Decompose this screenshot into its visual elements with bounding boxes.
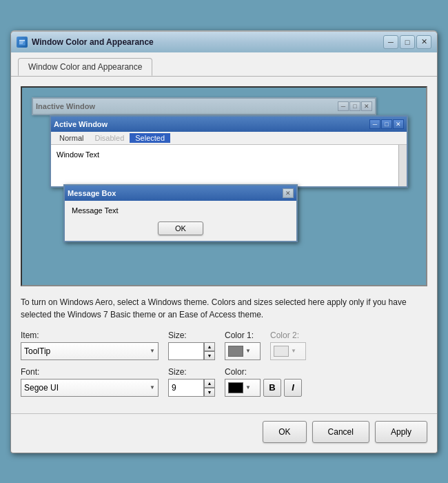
ok-button[interactable]: OK	[263, 421, 306, 443]
size-spinner: ▲ ▼	[168, 342, 215, 360]
inactive-min-btn: ─	[338, 101, 349, 111]
minimize-button[interactable]: ─	[383, 35, 398, 49]
font-color-swatch	[228, 382, 243, 393]
font-label: Font:	[21, 367, 159, 377]
maximize-button[interactable]: □	[400, 35, 415, 49]
active-title-buttons: ─ □ ✕	[369, 119, 404, 129]
msgbox-title-text: Message Box	[68, 189, 116, 197]
tab-window-color[interactable]: Window Color and Appearance	[18, 58, 152, 76]
color1-swatch	[228, 346, 243, 357]
size-up-button[interactable]: ▲	[204, 342, 215, 351]
font-dropdown-arrow: ▼	[150, 384, 155, 391]
inactive-title-buttons: ─ □ ✕	[338, 101, 372, 111]
color2-swatch	[274, 346, 289, 357]
item-dropdown-arrow: ▼	[150, 348, 155, 354]
active-title-text: Active Window	[54, 120, 108, 128]
font-size-spinner: ▲ ▼	[168, 379, 215, 397]
font-size-input[interactable]	[168, 379, 204, 397]
msgbox-body: Message Text OK	[65, 201, 296, 241]
title-buttons: ─ □ ✕	[383, 35, 431, 49]
font-color-group: Color: ▼ B I	[225, 367, 302, 397]
inactive-max-btn: □	[349, 101, 360, 111]
svg-rect-3	[19, 43, 23, 43]
color2-label: Color 2:	[270, 331, 306, 340]
color1-group: Color 1: ▼	[225, 331, 261, 360]
window-icon	[17, 37, 28, 48]
dialog-window: Window Color and Appearance ─ □ ✕ Window…	[10, 30, 438, 453]
tab-bar: Window Color and Appearance	[11, 52, 437, 77]
color2-group: Color 2: ▼	[270, 331, 306, 360]
size-spinner-buttons: ▲ ▼	[204, 342, 215, 360]
italic-button[interactable]: I	[284, 379, 302, 397]
font-size-label: Size:	[168, 367, 215, 377]
font-color-arrow: ▼	[245, 384, 251, 391]
size-input[interactable]	[168, 342, 204, 360]
close-button[interactable]: ✕	[416, 35, 431, 49]
title-bar: Window Color and Appearance ─ □ ✕	[11, 32, 437, 52]
size-down-button[interactable]: ▼	[204, 351, 215, 360]
window-text-preview: Window Text	[54, 148, 404, 161]
color1-label: Color 1:	[225, 331, 261, 340]
font-size-spinner-buttons: ▲ ▼	[204, 379, 215, 397]
inactive-titlebar: Inactive Window ─ □ ✕	[33, 99, 375, 114]
title-bar-left: Window Color and Appearance	[17, 37, 154, 48]
item-select-value: ToolTip	[24, 346, 50, 356]
size-group: Size: ▲ ▼	[168, 331, 215, 360]
apply-button[interactable]: Apply	[375, 421, 427, 443]
svg-rect-1	[19, 40, 25, 41]
active-menu-bar: Normal Disabled Selected	[51, 132, 407, 145]
button-row: OK Cancel Apply	[11, 413, 437, 453]
active-min-btn: ─	[369, 119, 380, 129]
menu-selected: Selected	[130, 133, 170, 143]
color2-select: ▼	[270, 342, 306, 360]
font-select-value: Segoe UI	[24, 383, 59, 393]
color2-arrow: ▼	[291, 348, 296, 354]
font-size-up-button[interactable]: ▲	[204, 379, 215, 388]
font-size-group: Size: ▲ ▼	[168, 367, 215, 397]
active-content: Window Text	[51, 145, 407, 186]
msgbox-ok-button[interactable]: OK	[158, 221, 203, 235]
color1-select[interactable]: ▼	[225, 342, 261, 360]
font-size-down-button[interactable]: ▼	[204, 388, 215, 397]
inactive-close-btn: ✕	[361, 101, 372, 111]
menu-normal: Normal	[54, 133, 89, 143]
item-group: Item: ToolTip ▼	[21, 331, 159, 360]
inactive-title-text: Inactive Window	[36, 102, 95, 110]
color1-arrow: ▼	[245, 348, 251, 354]
title-text: Window Color and Appearance	[32, 37, 154, 47]
active-titlebar: Active Window ─ □ ✕	[51, 117, 407, 132]
msgbox-close-btn: ✕	[283, 188, 294, 198]
svg-rect-2	[19, 41, 23, 42]
info-text: To turn on Windows Aero, select a Window…	[21, 296, 427, 321]
item-label: Item:	[21, 331, 159, 340]
message-box-preview: Message Box ✕ Message Text OK	[63, 184, 298, 242]
active-window-preview: Active Window ─ □ ✕ Normal Disabled Sele…	[50, 115, 408, 188]
size-label: Size:	[168, 331, 215, 340]
font-color-row: ▼ B I	[225, 379, 302, 397]
item-select[interactable]: ToolTip ▼	[21, 342, 159, 360]
menu-disabled: Disabled	[89, 133, 130, 143]
font-color-label: Color:	[225, 367, 302, 377]
cancel-button[interactable]: Cancel	[312, 421, 369, 443]
content-area: Inactive Window ─ □ ✕ Active Window ─ □ …	[11, 77, 437, 413]
item-row: Item: ToolTip ▼ Size: ▲ ▼ Color 1:	[21, 331, 427, 360]
font-group: Font: Segoe UI ▼	[21, 367, 159, 397]
active-close-btn: ✕	[393, 119, 404, 129]
font-select[interactable]: Segoe UI ▼	[21, 379, 159, 397]
font-color-select[interactable]: ▼	[225, 379, 261, 397]
msgbox-title-buttons: ✕	[283, 188, 294, 198]
preview-box: Inactive Window ─ □ ✕ Active Window ─ □ …	[21, 86, 427, 286]
font-row: Font: Segoe UI ▼ Size: ▲ ▼ Color:	[21, 367, 427, 397]
scrollbar-preview	[398, 145, 407, 186]
msgbox-text: Message Text	[72, 206, 289, 215]
inactive-window-preview: Inactive Window ─ □ ✕	[32, 97, 376, 115]
msgbox-titlebar: Message Box ✕	[65, 186, 296, 201]
bold-button[interactable]: B	[263, 379, 281, 397]
active-max-btn: □	[381, 119, 392, 129]
